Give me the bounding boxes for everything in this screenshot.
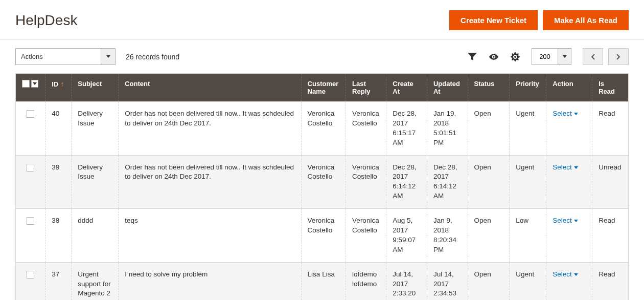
cell-content: I need to solve my problem	[119, 262, 301, 300]
cell-id: 39	[45, 155, 72, 209]
column-header-customer-name[interactable]: Customer Name	[301, 74, 346, 102]
next-page-button[interactable]	[608, 48, 629, 65]
cell-customer-name: Lisa Lisa	[301, 262, 346, 300]
row-action-select[interactable]: Select	[553, 270, 578, 280]
caret-down-icon	[574, 113, 578, 115]
table-row[interactable]: 39Delivery IssueOrder has not been deliv…	[16, 155, 629, 209]
toolbar: 26 records found	[15, 40, 629, 73]
cell-status: Open	[468, 102, 510, 156]
column-header-id[interactable]: ID↑	[45, 74, 72, 102]
page-title: HelpDesk	[15, 12, 449, 29]
cell-customer-name: Veronica Costello	[301, 102, 346, 156]
row-action-select[interactable]: Select	[553, 109, 578, 119]
cell-customer-name: Veronica Costello	[301, 209, 346, 263]
caret-down-icon	[574, 273, 578, 276]
caret-down-icon	[574, 166, 578, 169]
cell-priority: Ugent	[510, 155, 546, 209]
cell-status: Open	[468, 209, 510, 263]
cell-is-read: Unread	[592, 155, 629, 209]
table-row[interactable]: 38ddddteqsVeronica CostelloVeronica Cost…	[16, 209, 629, 263]
svg-point-1	[493, 56, 494, 57]
column-header-action[interactable]: Action	[546, 74, 592, 102]
records-found-label: 26 records found	[126, 53, 179, 61]
cell-create-at: Dec 28, 2017 6:14:12 AM	[386, 155, 427, 209]
column-header-is-read[interactable]: Is Read	[592, 74, 629, 102]
prev-page-button[interactable]	[583, 48, 603, 65]
cell-updated-at: Dec 28, 2017 6:14:12 AM	[427, 155, 468, 209]
cell-is-read: Read	[592, 102, 629, 156]
create-new-ticket-button[interactable]: Create New Ticket	[449, 10, 538, 30]
actions-dropdown-toggle[interactable]	[101, 48, 116, 65]
row-action-select[interactable]: Select	[553, 163, 578, 173]
row-action-select[interactable]: Select	[553, 216, 578, 226]
settings-gear-icon[interactable]	[510, 52, 520, 62]
per-page-toggle[interactable]	[558, 48, 571, 65]
row-checkbox[interactable]	[27, 217, 34, 225]
row-checkbox[interactable]	[27, 110, 34, 118]
sort-asc-icon: ↑	[60, 80, 64, 88]
select-all-toggle[interactable]	[31, 80, 38, 88]
tickets-table: ID↑ Subject Content Customer Name Last R…	[15, 73, 629, 300]
visibility-icon[interactable]	[489, 52, 499, 62]
filter-icon[interactable]	[467, 52, 477, 62]
cell-subject: Urgent support for Magento 2	[72, 262, 119, 300]
actions-dropdown[interactable]	[15, 48, 116, 65]
column-header-create-at[interactable]: Create At	[386, 74, 427, 102]
cell-priority: Low	[510, 209, 546, 263]
chevron-right-icon	[616, 54, 620, 60]
column-header-content[interactable]: Content	[119, 74, 301, 102]
cell-subject: dddd	[72, 209, 119, 263]
caret-down-icon	[106, 55, 110, 58]
cell-last-reply: Veronica Costello	[346, 102, 386, 156]
cell-last-reply: lofdemo lofdemo	[346, 262, 386, 300]
per-page-selector[interactable]	[532, 48, 571, 65]
cell-customer-name: Veronica Costello	[301, 155, 346, 209]
page-header: HelpDesk Create New Ticket Make All As R…	[15, 0, 629, 39]
row-checkbox[interactable]	[27, 271, 34, 278]
cell-updated-at: Jan 19, 2018 5:01:51 PM	[427, 102, 468, 156]
per-page-input[interactable]	[532, 48, 558, 65]
cell-id: 37	[45, 262, 72, 300]
cell-id: 38	[45, 209, 72, 263]
chevron-left-icon	[591, 54, 595, 60]
cell-content: teqs	[119, 209, 301, 263]
cell-id: 40	[45, 102, 72, 156]
table-row[interactable]: 40Delivery IssueOrder has not been deliv…	[16, 102, 629, 156]
column-header-subject[interactable]: Subject	[72, 74, 119, 102]
column-header-checkbox[interactable]	[16, 74, 45, 102]
cell-last-reply: Veronica Costello	[346, 209, 386, 263]
cell-status: Open	[468, 155, 510, 209]
make-all-as-read-button[interactable]: Make All As Read	[543, 10, 629, 30]
row-checkbox[interactable]	[27, 164, 34, 172]
table-row[interactable]: 37Urgent support for Magento 2I need to …	[16, 262, 629, 300]
cell-is-read: Read	[592, 262, 629, 300]
cell-updated-at: Jul 14, 2017 2:34:53 AM	[427, 262, 468, 300]
cell-subject: Delivery Issue	[72, 155, 119, 209]
cell-status: Open	[468, 262, 510, 300]
actions-dropdown-input[interactable]	[15, 48, 101, 65]
column-header-last-reply[interactable]: Last Reply	[346, 74, 386, 102]
cell-create-at: Dec 28, 2017 6:15:17 AM	[386, 102, 427, 156]
cell-create-at: Jul 14, 2017 2:33:20 AM	[386, 262, 427, 300]
column-header-updated-at[interactable]: Updated At	[427, 74, 468, 102]
cell-content: Order has not been delivered till now.. …	[119, 102, 301, 156]
cell-is-read: Read	[592, 209, 629, 263]
select-all-checkbox[interactable]	[22, 80, 30, 88]
caret-down-icon	[33, 82, 37, 85]
cell-priority: Ugent	[510, 102, 546, 156]
cell-updated-at: Jan 9, 2018 8:20:34 PM	[427, 209, 468, 263]
cell-last-reply: Veronica Costello	[346, 155, 386, 209]
cell-content: Order has not been delivered till now.. …	[119, 155, 301, 209]
cell-priority: Ugent	[510, 262, 546, 300]
column-header-priority[interactable]: Priority	[510, 74, 546, 102]
column-header-status[interactable]: Status	[468, 74, 510, 102]
caret-down-icon	[574, 220, 578, 222]
cell-create-at: Aug 5, 2017 9:59:07 AM	[386, 209, 427, 263]
caret-down-icon	[563, 55, 567, 58]
cell-subject: Delivery Issue	[72, 102, 119, 156]
